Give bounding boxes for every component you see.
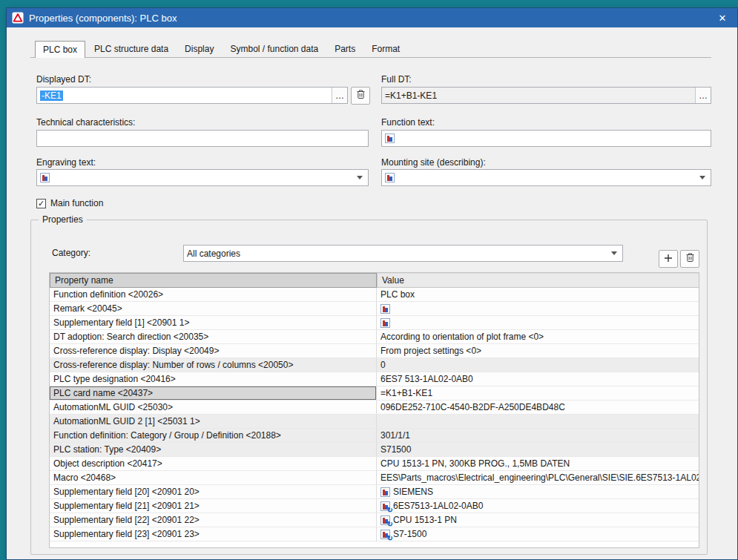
property-value-cell[interactable]: From project settings <0> [377, 344, 699, 358]
column-header-value[interactable]: Value [377, 273, 699, 288]
table-row[interactable]: Object description <20417>CPU 1513-1 PN,… [50, 457, 699, 471]
chevron-down-icon[interactable] [611, 251, 617, 255]
property-value-cell[interactable]: SIEMENS [377, 485, 699, 499]
property-name-cell[interactable]: Supplementary field [21] <20901 21> [50, 499, 377, 513]
property-name-cell[interactable]: Macro <20468> [50, 471, 377, 485]
property-name-cell[interactable]: Object description <20417> [50, 457, 377, 471]
background-app-top [0, 0, 738, 7]
property-value-cell[interactable]: 6ES7 513-1AL02-0AB0 [377, 372, 699, 386]
property-value-text: 6ES7513-1AL02-0AB0 [393, 499, 483, 513]
function-text-input[interactable] [381, 130, 711, 147]
displayed-dt-delete-button[interactable] [351, 87, 370, 105]
property-value-cell[interactable]: ↻CPU 1513-1 PN [377, 513, 699, 527]
background-app-edge [0, 0, 6, 560]
property-name-cell[interactable]: Cross-reference display: Display <20049> [50, 344, 377, 358]
table-row[interactable]: DT adoption: Search direction <20035>Acc… [50, 330, 699, 344]
tab-strip: PLC boxPLC structure dataDisplaySymbol /… [30, 42, 711, 58]
property-name-cell[interactable]: Supplementary field [22] <20901 22> [50, 513, 377, 527]
chevron-down-icon[interactable] [357, 176, 363, 179]
tab-plc-box[interactable]: PLC box [35, 41, 85, 58]
close-button[interactable]: ✕ [708, 8, 737, 27]
full-dt-value: =K1+B1-KE1 [385, 90, 437, 101]
property-value-cell[interactable]: 301/1/1 [377, 429, 699, 443]
property-value-cell[interactable]: PLC box [377, 288, 699, 302]
property-name-cell[interactable]: PLC card name <20437> [50, 386, 377, 401]
table-row[interactable]: PLC card name <20437>=K1+B1-KE1 [50, 386, 699, 401]
table-row[interactable]: Supplementary field [21] <20901 21>↻6ES7… [50, 499, 699, 513]
mounting-site-combobox[interactable] [381, 169, 711, 186]
property-name-cell[interactable]: DT adoption: Search direction <20035> [50, 330, 377, 344]
property-value-text: According to orientation of plot frame <… [380, 330, 544, 343]
table-row[interactable]: Supplementary field [22] <20901 22>↻CPU … [50, 513, 699, 527]
property-value-cell[interactable]: ↻S7-1500 [377, 527, 699, 541]
property-value-text: From project settings <0> [380, 344, 481, 358]
property-name-cell[interactable]: AutomationML GUID <25030> [50, 401, 377, 415]
tab-plc-structure-data[interactable]: PLC structure data [87, 42, 176, 57]
property-name-cell[interactable]: Remark <20045> [50, 302, 377, 316]
tab-symbol-function-data[interactable]: Symbol / function data [223, 42, 326, 57]
table-row[interactable]: PLC station: Type <20409>S71500 [50, 443, 699, 457]
tab-format[interactable]: Format [364, 42, 407, 57]
main-function-checkbox[interactable] [36, 199, 46, 208]
tab-parts[interactable]: Parts [327, 42, 363, 57]
table-row[interactable]: PLC type designation <20416>6ES7 513-1AL… [50, 372, 699, 386]
table-row[interactable]: Cross-reference display: Number of rows … [50, 358, 699, 372]
category-combobox[interactable]: All categories [183, 245, 623, 262]
table-row[interactable]: Supplementary field [1] <20901 1> [50, 316, 699, 330]
property-value-text: 301/1/1 [380, 429, 410, 442]
property-name-cell[interactable]: PLC station: Type <20409> [50, 443, 377, 457]
property-value-cell[interactable]: S71500 [377, 443, 699, 457]
property-value-cell[interactable] [377, 302, 699, 316]
property-name-cell[interactable]: AutomationML GUID 2 [1] <25031 1> [50, 415, 377, 429]
multilanguage-icon [385, 134, 395, 143]
table-row[interactable]: Supplementary field [20] <20901 20>SIEME… [50, 485, 699, 499]
properties-group-title: Properties [39, 214, 87, 225]
property-value-cell[interactable]: EES\Parts_macros\Electrical_engineering\… [377, 471, 699, 485]
multilanguage-icon [385, 173, 395, 182]
displayed-dt-field[interactable]: -KE1 … [36, 87, 348, 104]
table-row[interactable]: Function definition: Category / Group / … [50, 429, 699, 443]
property-name-cell[interactable]: Function definition <20026> [50, 288, 377, 302]
property-name-cell[interactable]: Cross-reference display: Number of rows … [50, 358, 377, 372]
column-header-property-name[interactable]: Property name [50, 273, 377, 288]
property-value-cell[interactable] [377, 316, 699, 330]
property-value-cell[interactable]: =K1+B1-KE1 [377, 386, 699, 401]
chevron-down-icon[interactable] [699, 176, 705, 179]
tab-display[interactable]: Display [177, 42, 221, 57]
technical-characteristics-input[interactable] [36, 130, 369, 147]
full-dt-browse-button[interactable]: … [695, 88, 711, 103]
property-name-cell[interactable]: Supplementary field [20] <20901 20> [50, 485, 377, 499]
table-row[interactable]: Supplementary field [23] <20901 23>↻S7-1… [50, 527, 699, 541]
category-label: Category: [52, 248, 90, 258]
property-name-cell[interactable]: Function definition: Category / Group / … [50, 429, 377, 443]
dialog-titlebar: Properties (components): PLC box ✕ [7, 8, 737, 27]
multilanguage-icon [380, 487, 390, 497]
table-row[interactable]: Cross-reference display: Display <20049>… [50, 344, 699, 358]
full-dt-label: Full DT: [381, 74, 412, 85]
full-dt-field: =K1+B1-KE1 … [381, 87, 711, 104]
property-value-cell[interactable]: 096DE252-710C-4540-B2DF-A250DE4BD48C [377, 401, 699, 415]
mounting-site-label: Mounting site (describing): [381, 157, 486, 168]
add-property-button[interactable] [659, 250, 678, 268]
displayed-dt-browse-button[interactable]: … [332, 88, 347, 103]
property-value-cell[interactable]: 0 [377, 358, 699, 372]
property-value-text: S7-1500 [393, 527, 426, 541]
engraving-text-combobox[interactable] [36, 169, 369, 186]
table-row[interactable]: Function definition <20026>PLC box [50, 288, 699, 302]
property-name-cell[interactable]: Supplementary field [23] <20901 23> [50, 527, 377, 541]
multilanguage-icon [380, 304, 390, 314]
delete-property-button[interactable] [680, 250, 699, 268]
property-value-text: PLC box [380, 288, 415, 301]
property-value-cell[interactable]: ↻6ES7513-1AL02-0AB0 [377, 499, 699, 513]
displayed-dt-label: Displayed DT: [36, 74, 91, 85]
property-name-cell[interactable]: Supplementary field [1] <20901 1> [50, 316, 377, 330]
table-row[interactable]: AutomationML GUID <25030>096DE252-710C-4… [50, 401, 699, 415]
table-row[interactable]: Remark <20045> [50, 302, 699, 316]
table-row[interactable]: Macro <20468>EES\Parts_macros\Electrical… [50, 471, 699, 485]
property-value-cell[interactable]: CPU 1513-1 PN, 300KB PROG., 1,5MB DATEN [377, 457, 699, 471]
property-name-cell[interactable]: PLC type designation <20416> [50, 372, 377, 386]
table-row[interactable]: AutomationML GUID 2 [1] <25031 1> [50, 415, 699, 429]
dialog-title: Properties (components): PLC box [29, 13, 177, 24]
property-value-cell[interactable]: According to orientation of plot frame <… [377, 330, 699, 344]
property-value-cell[interactable] [377, 415, 699, 429]
